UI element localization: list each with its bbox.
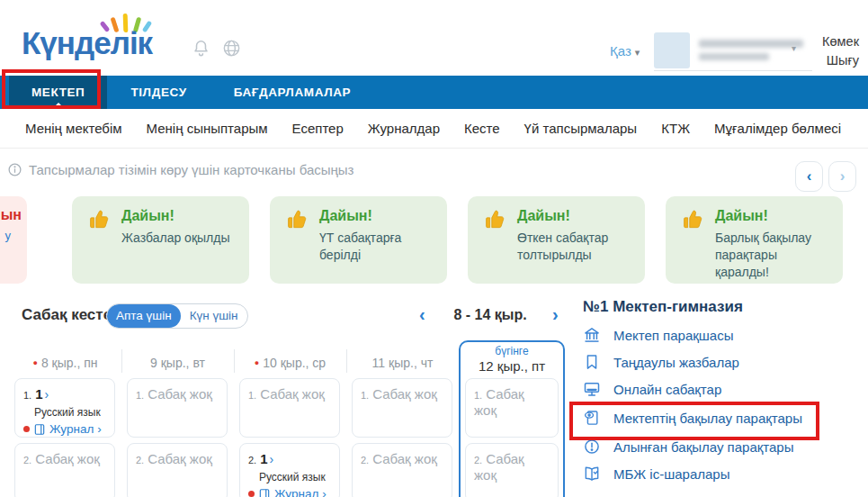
toggle-day-button[interactable]: Күн үшін [181,304,247,328]
card-text: Өткен сабақтар толтырылды [517,230,636,264]
caret-down-icon: ▾ [635,47,640,58]
status-card-homework-given[interactable]: Дайын! ҮТ сабақтарға берілді [270,196,447,284]
school-building-icon [583,326,601,344]
card-title: Дайын! [517,208,570,224]
monitor-icon [583,380,601,398]
tab-mektep[interactable]: МЕКТЕП [9,76,107,109]
partial-card-title-fragment: ын [1,207,22,223]
subnav-item-ktzh[interactable]: КТЖ [661,121,690,136]
schedule-cell-thu-2[interactable]: 2.Сабақ жоқ [352,443,452,497]
day-header-tue: 9 қыр., вт [121,356,234,370]
journal-icon [33,423,46,436]
sidebar-item-favorite-posts[interactable]: Таңдаулы жазбалар [583,353,739,371]
tab-bagdarlamalar[interactable]: БАҒДАРЛАМАЛАР [210,76,375,109]
cards-next-button[interactable]: › [828,161,856,192]
chevron-right-icon: › [840,167,846,185]
status-card-control-sheets-viewed[interactable]: Дайын! Барлық бақылау парақтары қаралды! [666,196,843,284]
week-prev-button[interactable]: ‹ [419,304,425,325]
subnav-item-journals[interactable]: Журналдар [368,121,440,136]
sidebar-item-received-control-sheets[interactable]: Алынған бақылау парақтары [583,438,794,456]
language-label: Қаз [610,43,631,59]
bell-icon[interactable] [191,38,211,62]
status-card-past-lessons-filled[interactable]: Дайын! Өткен сабақтар толтырылды [468,196,645,284]
subnav-item-homework[interactable]: Үй тапсырмалары [524,121,638,136]
chevron-left-icon: ‹ [807,167,812,185]
red-dot-icon [248,491,255,497]
bookmark-icon [583,353,601,371]
sidebar-item-school-page[interactable]: Мектеп парақшасы [583,326,733,344]
subnav-item-schedule[interactable]: Кесте [464,121,500,136]
status-card-partial[interactable]: ын у [0,196,27,284]
status-card-notes-read[interactable]: Дайын! Жазбалар оқылды [72,196,249,284]
week-next-button[interactable]: › [552,304,559,325]
avatar[interactable] [654,32,690,68]
divider [654,70,812,71]
sidebar-item-label: Онлайн сабақтар [613,382,721,397]
globe-icon[interactable] [221,38,242,62]
schedule-cell-tue-1[interactable]: 1.Сабақ жоқ [127,378,228,438]
control-sheet-eye-icon [583,409,601,427]
thumbs-up-icon [483,208,506,235]
kundelik-app: Күнделік Қаз▾ ▾ Көмек Шығу [0,0,868,497]
chevron-right-icon: › [322,487,327,497]
red-dot-icon: ● [32,358,37,367]
tab-tildesu[interactable]: ТІЛДЕСУ [107,76,210,109]
sidebar-item-label: Мектептің бақылау парақтары [613,411,802,426]
partial-card-link-fragment: у [5,229,12,242]
subnav-item-my-classes[interactable]: Менің сыныптарым [147,121,268,136]
chevron-right-icon: › [97,422,102,436]
schedule-cell-fri-2[interactable]: 2.Сабақ жоқ [465,443,559,497]
sidebar-item-label: Таңдаулы жазбалар [613,355,739,370]
day-header-fri: 12 қыр., пт [459,358,565,374]
schedule-cell-wed-1[interactable]: 1.Сабақ жоқ [239,378,340,438]
subnav-item-reports[interactable]: Есептер [292,121,344,136]
sidebar-item-mbzh-events[interactable]: МБЖ іс-шаралары [583,465,729,483]
schedule-cell-wed-2[interactable]: 2.1› Русский язык Журнал› [239,443,340,497]
kundelik-logo[interactable]: Күнделік [22,5,174,68]
card-title: Дайын! [319,208,372,224]
day-header-thu: 11 қыр., чт [346,356,459,370]
thumbs-up-icon [87,208,111,235]
divider [121,349,122,373]
logout-link[interactable]: Шығу [805,51,859,70]
card-title: Дайын! [715,208,768,224]
help-links: Көмек Шығу [805,32,859,70]
subnav-item-teachers-room[interactable]: Мұғалімдер бөлмесі [714,121,841,136]
lesson-subject: Русский язык [259,471,331,483]
day-header-wed: ●10 қыр., ср [234,356,346,370]
info-icon [7,162,22,177]
main-navbar: МЕКТЕП ТІЛДЕСУ БАҒДАРЛАМАЛАР [0,76,868,109]
card-text: Барлық бақылау парақтары қаралды! [715,230,834,281]
red-dot-icon [23,426,30,432]
thumbs-up-icon [681,208,704,235]
thumbs-up-icon [285,208,309,235]
card-text: ҮТ сабақтарға берілді [319,230,438,264]
schedule-cell-tue-2[interactable]: 2.Сабақ жоқ [127,443,228,497]
sidebar-item-label: МБЖ іс-шаралары [613,466,729,482]
info-bar: Тапсырмалар тізімін көру үшін карточканы… [0,149,868,196]
help-link[interactable]: Көмек [805,32,859,51]
sidebar-item-school-control-sheets[interactable]: Мектептің бақылау парақтары [583,409,802,427]
card-text: Жазбалар оқылды [121,230,240,247]
subnav-item-my-school[interactable]: Менің мектебім [25,121,122,136]
week-date-range: 8 - 14 қыр. [441,307,540,323]
toggle-week-button[interactable]: Апта үшін [107,304,181,328]
user-name-redacted [699,40,803,48]
schedule-cell-thu-1[interactable]: 1.Сабақ жоқ [352,378,452,438]
card-title: Дайын! [121,208,174,224]
sidebar-item-online-lessons[interactable]: Онлайн сабақтар [583,380,721,398]
journal-link[interactable]: Журнал› [23,422,106,436]
cards-prev-button[interactable]: ‹ [795,161,823,192]
header: Күнделік Қаз▾ ▾ Көмек Шығу [0,0,868,76]
schedule-cell-mon-1[interactable]: 1.1› Русский язык Журнал› [14,378,115,438]
schedule-cell-fri-1[interactable]: 1.Сабақ жоқ [465,378,559,438]
subnav: Менің мектебім Менің сыныптарым Есептер … [0,109,868,149]
language-selector[interactable]: Қаз▾ [610,43,640,59]
journal-link[interactable]: Журнал› [248,487,331,497]
info-hint-text: Тапсырмалар тізімін көру үшін карточканы… [29,162,353,177]
user-menu-caret-icon[interactable]: ▾ [792,43,796,53]
day-header-mon: ●8 қыр., пн [9,356,121,370]
user-role-redacted [699,53,769,60]
sidebar-item-label: Мектеп парақшасы [613,328,733,343]
schedule-cell-mon-2[interactable]: 2.Сабақ жоқ [14,443,115,497]
